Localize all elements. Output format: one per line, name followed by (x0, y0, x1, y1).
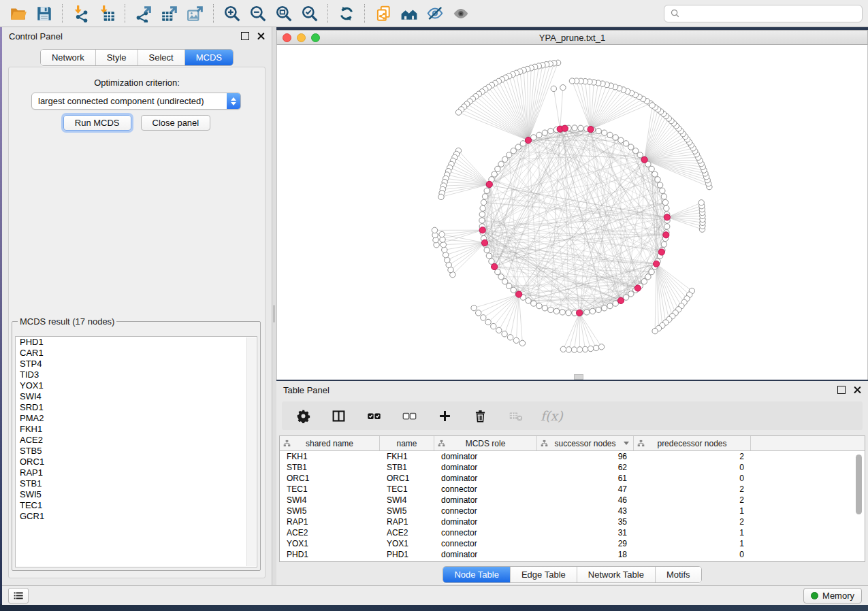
column-header-predecessor-nodes[interactable]: predecessor nodes (634, 436, 751, 450)
mcds-result-item[interactable]: STB1 (16, 478, 257, 489)
table-row[interactable]: TEC1TEC1connector472 (280, 484, 865, 495)
tab-select[interactable]: Select (138, 50, 185, 65)
table-row[interactable]: ACE2ACE2connector311 (280, 527, 865, 538)
function-builder-icon: f(x) (541, 408, 563, 423)
mcds-result-item[interactable]: STP4 (16, 359, 257, 369)
network-window-title: YPA_prune.txt_1 (277, 33, 867, 43)
mcds-result-list[interactable]: PHD1CAR1STP4TID3YOX1SWI4SRD1PMA2FKH1ACE2… (15, 336, 257, 567)
table-row[interactable]: YOX1YOX1connector291 (280, 538, 865, 549)
column-header-name[interactable]: name (380, 436, 434, 450)
select-all-button[interactable] (364, 406, 384, 426)
mcds-result-item[interactable]: PHD1 (16, 337, 257, 348)
search-box[interactable] (664, 5, 863, 22)
search-input[interactable] (684, 7, 856, 19)
mcds-result-item[interactable]: ACE2 (16, 435, 257, 446)
run-mcds-button[interactable]: Run MCDS (63, 115, 131, 131)
mcds-result-item[interactable]: TID3 (16, 369, 257, 380)
column-header-shared-name[interactable]: shared name (280, 436, 380, 450)
close-panel-button[interactable]: Close panel (141, 115, 211, 131)
export-table-button[interactable] (157, 3, 182, 24)
table-row[interactable]: SWI4SWI4dominator462 (280, 495, 865, 506)
mcds-result-item[interactable]: STB5 (16, 446, 257, 457)
export-table-icon (161, 5, 178, 22)
node-table: shared namenameMCDS rolesuccessor nodesp… (279, 435, 865, 562)
show-all-button[interactable] (448, 3, 474, 24)
mcds-result-item[interactable]: YOX1 (16, 380, 257, 391)
toolbar-separator (125, 4, 126, 23)
table-row[interactable]: PHD1PHD1dominator180 (280, 549, 865, 560)
gear-button[interactable] (293, 406, 313, 426)
import-network-icon (72, 5, 90, 22)
table-row[interactable]: ORC1ORC1dominator610 (280, 473, 865, 484)
mcds-result-item[interactable]: TEC1 (16, 500, 257, 511)
criterion-dropdown[interactable]: largest connected component (undirected) (31, 93, 241, 110)
import-table-icon (98, 5, 116, 22)
first-neighbors-button[interactable] (396, 3, 422, 24)
memory-status-dot (811, 592, 818, 599)
zoom-fit-button[interactable] (271, 3, 297, 24)
zoom-out-button[interactable] (245, 3, 271, 24)
export-image-button[interactable] (182, 3, 208, 24)
tab-style[interactable]: Style (96, 50, 138, 65)
plus-icon (438, 409, 452, 423)
refresh-button[interactable] (334, 3, 359, 24)
memory-button[interactable]: Memory (803, 588, 862, 604)
mcds-result-item[interactable]: GCR1 (16, 511, 257, 522)
network-window-titlebar[interactable]: YPA_prune.txt_1 (276, 30, 868, 45)
hide-selected-button[interactable] (422, 3, 448, 24)
close-panel-icon[interactable] (257, 33, 265, 40)
mcds-result-item[interactable]: FKH1 (16, 424, 257, 435)
zoom-selected-button[interactable] (297, 3, 323, 24)
mcds-result-item[interactable]: PMA2 (16, 413, 257, 424)
table-row[interactable]: RAP1RAP1dominator352 (280, 516, 865, 527)
table-tab-motifs[interactable]: Motifs (656, 567, 701, 582)
mcds-list-scrollbar[interactable] (246, 337, 256, 566)
open-button[interactable] (5, 3, 31, 24)
import-table-button[interactable] (94, 3, 120, 24)
table-tab-edge-table[interactable]: Edge Table (511, 567, 577, 582)
float-table-panel-icon[interactable] (837, 386, 846, 394)
deselect-all-button[interactable] (399, 406, 419, 426)
plus-button[interactable] (434, 406, 455, 426)
network-splitter-grip[interactable] (574, 374, 583, 380)
mcds-tab-content: Optimization criterion: largest connecte… (8, 67, 266, 578)
column-header-successor-nodes[interactable]: successor nodes (537, 436, 634, 450)
mcds-result-item[interactable]: SRD1 (16, 402, 257, 413)
network-graph (277, 45, 867, 379)
tab-mcds[interactable]: MCDS (185, 50, 233, 65)
zoom-in-button[interactable] (219, 3, 245, 24)
trash-button[interactable] (470, 406, 490, 426)
import-network-button[interactable] (68, 3, 94, 24)
table-tab-network-table[interactable]: Network Table (577, 567, 656, 582)
mcds-result-group: MCDS result (17 nodes) PHD1CAR1STP4TID3Y… (12, 316, 261, 571)
mcds-result-item[interactable]: SWI4 (16, 391, 257, 402)
close-table-panel-icon[interactable] (854, 386, 861, 394)
mcds-result-item[interactable]: RAP1 (16, 467, 257, 478)
mcds-result-item[interactable]: ORC1 (16, 457, 257, 467)
tab-network[interactable]: Network (41, 50, 96, 65)
save-button[interactable] (31, 3, 57, 24)
search-icon (670, 8, 680, 18)
mcds-result-item[interactable]: SWI5 (16, 489, 257, 500)
hide-selected-icon (426, 5, 444, 22)
control-panel-tabs: NetworkStyleSelectMCDS (40, 49, 234, 66)
columns-button[interactable] (328, 406, 349, 426)
show-panels-list-button[interactable] (8, 588, 29, 604)
table-scrollbar-thumb[interactable] (856, 455, 862, 514)
table-row[interactable]: SWI5SWI5connector431 (280, 506, 865, 516)
duplicate-network-button[interactable] (370, 3, 396, 24)
optimization-criterion-label: Optimization criterion: (9, 78, 265, 88)
table-footer-tabs: Node TableEdge TableNetwork TableMotifs (443, 566, 701, 583)
export-network-button[interactable] (131, 3, 157, 24)
table-row[interactable]: STB1STB1dominator620 (280, 462, 865, 473)
column-header-MCDS-role[interactable]: MCDS role (434, 436, 537, 450)
table-row[interactable]: FKH1FKH1dominator962 (280, 451, 865, 462)
table-panel-title: Table Panel (283, 385, 329, 395)
table-tab-node-table[interactable]: Node Table (443, 567, 511, 582)
float-panel-icon[interactable] (241, 32, 249, 40)
network-canvas[interactable] (276, 45, 868, 380)
mcds-result-item[interactable]: CAR1 (16, 348, 257, 359)
zoom-out-icon (249, 5, 267, 22)
toolbar-separator (62, 4, 63, 23)
trash-icon (473, 409, 487, 423)
